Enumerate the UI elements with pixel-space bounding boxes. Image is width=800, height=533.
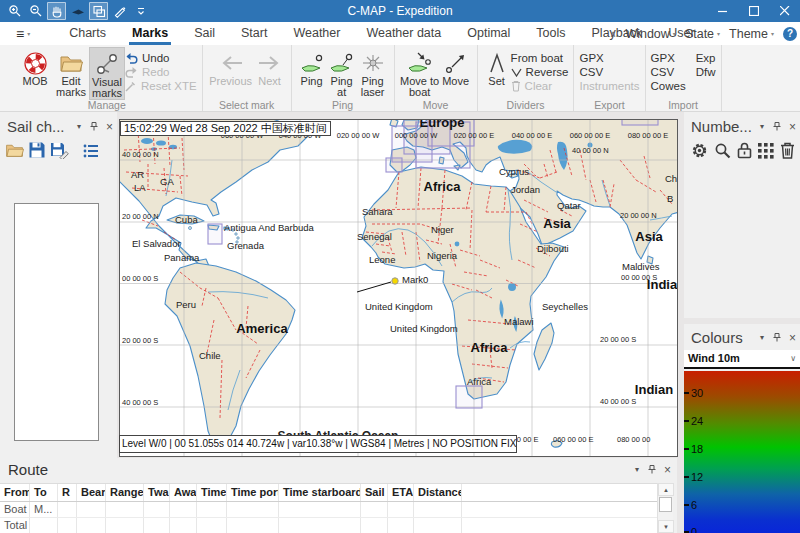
export-instruments-button[interactable]: Instruments [579,80,639,92]
save-as-icon[interactable] [50,141,69,159]
scroll-thumb[interactable] [659,497,672,512]
route-column-header[interactable]: R [58,484,77,501]
route-column-header[interactable]: Range [106,484,144,501]
grid-layout-icon[interactable] [758,143,774,159]
route-column-header[interactable]: Awa [170,484,197,501]
ping-laser-button[interactable]: Ping laser [357,47,389,98]
import-csv-button[interactable]: CSV [651,66,686,78]
undo-button[interactable]: Undo [125,52,197,64]
minimize-button[interactable] [707,0,738,22]
scroll-up-icon[interactable]: ▲ [658,483,674,496]
tab-optimal[interactable]: Optimal [454,22,523,45]
customize-toolbar-icon[interactable] [131,2,150,20]
tab-charts[interactable]: Charts [56,22,119,45]
set-dividers-button[interactable]: Set [483,47,511,87]
open-sail-icon[interactable] [5,142,24,158]
route-cell [170,518,197,533]
import-exp-button[interactable]: Exp [696,52,716,64]
save-icon[interactable] [28,141,46,159]
map-label: America [236,321,288,336]
trash-icon[interactable] [780,142,795,159]
panel-menu-icon[interactable]: ▾ [635,465,639,475]
collapse-ribbon-icon[interactable]: ∧ [610,29,617,39]
pin-icon[interactable] [89,121,98,132]
route-table-row[interactable]: Total [0,518,657,533]
map-label: Africa [424,179,462,194]
import-dfw-button[interactable]: Dfw [696,66,716,78]
pen-icon[interactable] [110,2,129,20]
export-csv-button[interactable]: CSV [579,66,639,78]
zoom-in-icon[interactable] [5,2,24,20]
tab-weather-data[interactable]: Weather data [353,22,454,45]
move-button[interactable]: Move [440,47,472,87]
tab-start[interactable]: Start [228,22,280,45]
panel-close-icon[interactable]: × [789,122,796,132]
route-column-header[interactable]: Sail [361,484,388,501]
route-column-header[interactable]: Time [197,484,227,501]
settings-gear-icon[interactable] [691,142,708,159]
route-column-header[interactable]: ETA [388,484,414,501]
pin-icon[interactable] [772,121,781,132]
route-column-header[interactable]: Bear [77,484,106,501]
scroll-down-icon[interactable]: ▼ [658,520,674,533]
boat-icon[interactable] [68,2,87,20]
reset-xte-button[interactable]: Reset XTE [125,80,197,92]
reverse-button[interactable]: Reverse [511,66,569,78]
new-window-icon[interactable] [89,2,108,20]
route-column-header[interactable]: Distance [414,484,462,501]
move-to-boat-button[interactable]: Move to boat [400,47,440,98]
mob-button[interactable]: MOB [17,47,53,87]
colours-panel-title: Colours [691,329,743,346]
help-icon[interactable]: ? [783,27,797,41]
route-column-header[interactable]: Time port [227,484,279,501]
list-icon[interactable] [83,143,100,158]
import-gpx-button[interactable]: GPX [651,52,686,64]
tab-weather[interactable]: Weather [280,22,353,45]
clear-button[interactable]: Clear [511,80,569,92]
route-cell [144,502,170,517]
route-column-header[interactable]: From [0,484,30,501]
panel-menu-icon[interactable]: ▾ [760,122,764,132]
pan-hand-icon[interactable] [47,2,66,20]
panel-menu-icon[interactable]: ▾ [760,333,764,343]
panel-close-icon[interactable]: × [664,465,671,475]
search-icon[interactable] [714,142,731,159]
from-boat-button[interactable]: From boat [511,52,569,64]
tab-marks[interactable]: Marks [119,22,181,45]
redo-button[interactable]: Redo [125,66,197,78]
ping-at-button[interactable]: Ping at [327,47,357,98]
pin-icon[interactable] [647,464,656,475]
map-label: 060 00 00 E [570,131,610,140]
zoom-out-icon[interactable] [26,2,45,20]
export-gpx-button[interactable]: GPX [579,52,639,64]
tab-tools[interactable]: Tools [523,22,578,45]
panel-close-icon[interactable]: × [789,333,796,343]
world-chart[interactable]: EuropeAfricaAsiaAsiaAmericaAfricaIndianI… [120,120,677,456]
maximize-button[interactable] [738,0,769,22]
route-scrollbar[interactable]: ▲ ▼ [657,483,673,533]
colour-layer-select[interactable]: Wind 10m∨ [684,350,800,369]
app-menu-button[interactable]: ≡▾ [16,26,30,42]
chart-map[interactable]: 15:02:29 Wed 28 Sep 2022 中国标准时间 Level W/… [119,119,678,457]
route-column-header[interactable]: To [30,484,58,501]
edit-marks-button[interactable]: Edit marks [53,47,89,98]
sail-chart-list[interactable] [14,203,99,441]
route-table-row[interactable]: BoatM... [0,502,657,518]
pin-icon[interactable] [772,332,781,343]
visual-marks-button[interactable]: Visual marks [89,47,125,100]
route-column-header[interactable]: Twa [144,484,170,501]
mark0-point[interactable] [392,278,398,284]
state-menu[interactable]: State▾ [685,27,720,41]
window-menu[interactable]: Window▾ [625,27,675,41]
panel-menu-icon[interactable]: ▾ [77,122,81,132]
import-cowes-button[interactable]: Cowes [651,80,686,92]
previous-mark-button[interactable]: Previous [208,47,254,87]
close-button[interactable] [769,0,800,22]
tab-sail[interactable]: Sail [181,22,228,45]
next-mark-button[interactable]: Next [254,47,286,87]
ping-button[interactable]: Ping [297,47,327,87]
lock-icon[interactable] [737,142,752,159]
route-column-header[interactable]: Time starboard [279,484,361,501]
theme-menu[interactable]: Theme▾ [729,27,774,41]
panel-close-icon[interactable]: × [106,122,113,132]
